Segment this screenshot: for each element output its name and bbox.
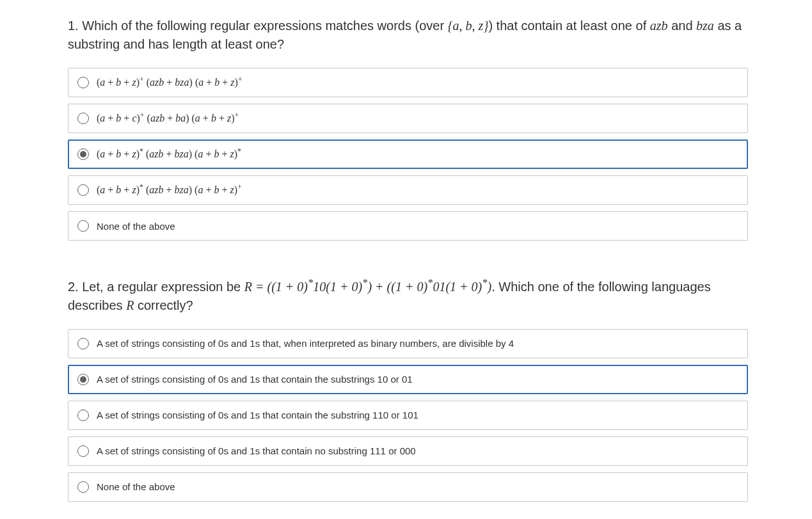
question-2-options: A set of strings consisting of 0s and 1s…: [68, 329, 748, 502]
radio-icon: [77, 338, 89, 349]
question-2-prompt: 2. Let, a regular expression be R = ((1 …: [68, 275, 748, 315]
prompt-r: R: [126, 298, 134, 312]
option-label: (a + b + z)* (azb + bza) (a + b + z)+: [97, 184, 242, 196]
prompt-set: {a, b, z}: [448, 19, 489, 33]
prompt-equation: R = ((1 + 0)*10(1 + 0)*) + ((1 + 0)*01(1…: [244, 280, 491, 294]
option-label: None of the above: [97, 221, 175, 232]
question-2: 2. Let, a regular expression be R = ((1 …: [68, 275, 748, 502]
answer-option[interactable]: None of the above: [68, 211, 748, 241]
answer-option[interactable]: A set of strings consisting of 0s and 1s…: [68, 329, 748, 358]
radio-icon: [77, 445, 89, 457]
prompt-text-a: Let, a regular expression be: [82, 280, 244, 294]
option-label: A set of strings consisting of 0s and 1s…: [97, 445, 416, 456]
option-label: (a + b + z)+ (azb + bza) (a + b + z)+: [97, 77, 243, 88]
answer-option[interactable]: None of the above: [68, 472, 748, 502]
answer-option[interactable]: (a + b + z)* (azb + bza) (a + b + z)+: [68, 175, 748, 205]
question-1-options: (a + b + z)+ (azb + bza) (a + b + z)+(a …: [68, 68, 748, 241]
radio-icon: [77, 77, 89, 88]
answer-option[interactable]: (a + b + c)+ (azb + ba) (a + b + z)+: [68, 104, 748, 133]
radio-icon: [77, 481, 89, 493]
prompt-sub1: azb: [650, 19, 668, 33]
option-label: (a + b + z)* (azb + bza) (a + b + z)*: [97, 148, 241, 160]
question-1: 1. Which of the following regular expres…: [68, 17, 748, 241]
option-label: (a + b + c)+ (azb + ba) (a + b + z)+: [97, 113, 239, 124]
option-label: A set of strings consisting of 0s and 1s…: [97, 338, 514, 349]
answer-option[interactable]: (a + b + z)* (azb + bza) (a + b + z)*: [68, 140, 748, 169]
option-label: A set of strings consisting of 0s and 1s…: [97, 410, 418, 420]
answer-option[interactable]: A set of strings consisting of 0s and 1s…: [68, 365, 748, 394]
prompt-text-c: correctly?: [134, 298, 193, 312]
option-label: None of the above: [97, 481, 175, 492]
prompt-sub2: bza: [696, 19, 714, 33]
radio-icon: [77, 113, 89, 124]
question-1-prompt: 1. Which of the following regular expres…: [68, 17, 748, 54]
question-number: 2.: [68, 280, 79, 294]
radio-icon: [77, 220, 89, 232]
answer-option[interactable]: A set of strings consisting of 0s and 1s…: [68, 401, 748, 430]
answer-option[interactable]: (a + b + z)+ (azb + bza) (a + b + z)+: [68, 68, 748, 97]
prompt-text-b: ) that contain at least one of: [488, 19, 649, 33]
radio-icon: [77, 148, 89, 160]
prompt-text-a: Which of the following regular expressio…: [82, 19, 447, 33]
radio-icon: [77, 410, 89, 421]
radio-icon: [77, 184, 89, 196]
prompt-text-c: and: [668, 19, 696, 33]
option-label: A set of strings consisting of 0s and 1s…: [97, 374, 413, 385]
question-number: 1.: [68, 19, 79, 33]
radio-icon: [77, 374, 89, 385]
answer-option[interactable]: A set of strings consisting of 0s and 1s…: [68, 436, 748, 466]
